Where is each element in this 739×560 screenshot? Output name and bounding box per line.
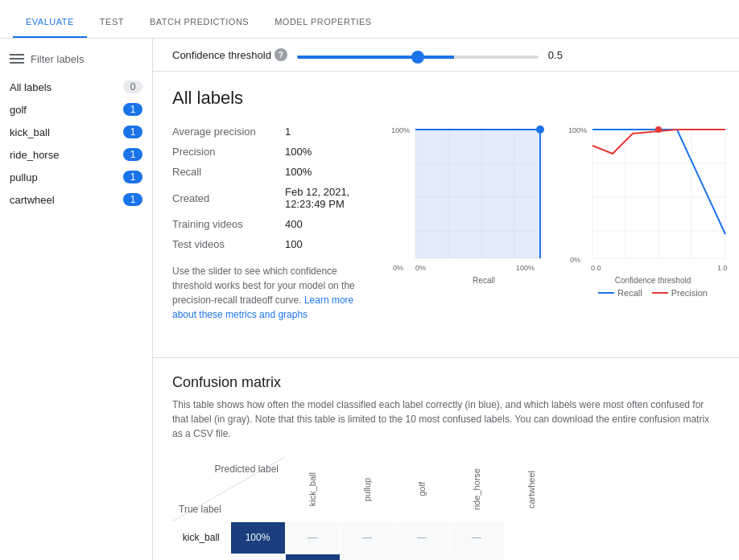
col-header-label-cartwheel: cartwheel <box>526 467 536 509</box>
help-icon[interactable]: ? <box>275 48 287 61</box>
table-row: pullup — 100% — — — <box>172 554 559 560</box>
col-header-cartwheel: cartwheel <box>504 457 559 521</box>
tab-evaluate[interactable]: EVALUATE <box>13 17 87 38</box>
confusion-matrix-wrapper: Predicted label True label kick_ball pul… <box>172 457 720 560</box>
cell-kick-ball-golf: — <box>340 521 394 554</box>
metric-label-created: Created <box>172 182 285 214</box>
metric-value-training-videos: 400 <box>285 214 365 234</box>
top-navigation: EVALUATE TEST BATCH PREDICTIONS MODEL PR… <box>0 0 739 39</box>
col-header-label-golf: golf <box>417 479 427 496</box>
metric-precision: Precision 100% <box>172 142 365 162</box>
conf-y-max: 100% <box>568 126 587 134</box>
metric-value-created: Feb 12, 2021, 12:23:49 PM <box>285 182 365 214</box>
sidebar: Filter labels All labels 0 golf 1 kick_b… <box>0 39 153 560</box>
conf-threshold-dot <box>655 126 662 133</box>
pr-x-min: 0% <box>415 264 426 272</box>
all-labels-title: All labels <box>172 88 720 109</box>
description-text: Use the slider to see which confidence t… <box>172 264 365 322</box>
sidebar-item-cartwheel[interactable]: cartwheel 1 <box>0 188 152 211</box>
table-row: kick_ball 100% — — — — <box>172 521 559 554</box>
cell-pullup-cartwheel: — <box>449 554 504 560</box>
confusion-matrix-description: This table shows how often the model cla… <box>172 397 720 441</box>
confidence-svg: 100% 0% 0.0 1.0 <box>568 121 737 274</box>
cell-pullup-golf: — <box>340 554 394 560</box>
sidebar-item-golf[interactable]: golf 1 <box>0 98 152 121</box>
pr-y-min: 0% <box>393 264 403 272</box>
pr-curve-wrapper: 100% 0% 0% 100% <box>391 121 552 322</box>
pr-curve-svg: 100% 0% 0% 100% <box>391 121 552 274</box>
confidence-threshold-slider[interactable] <box>297 56 539 59</box>
recall-line <box>592 130 725 234</box>
pr-y-max: 100% <box>391 126 410 134</box>
confusion-matrix-section: Confusion matrix This table shows how of… <box>153 357 739 560</box>
conf-x-label: Confidence threshold <box>568 276 737 285</box>
sidebar-label-golf: golf <box>10 104 27 116</box>
precision-legend-label: Precision <box>671 288 708 298</box>
metric-value-avg-precision: 1 <box>285 121 365 142</box>
metric-label-recall: Recall <box>172 162 285 182</box>
content-area: Confidence threshold ? 0.5 All labels Av… <box>153 39 739 560</box>
sidebar-badge-all-labels: 0 <box>123 80 142 93</box>
confusion-matrix-table: Predicted label True label kick_ball pul… <box>172 457 559 560</box>
col-header-ride-horse: ride_horse <box>449 457 504 521</box>
confidence-curve-chart: 100% 0% 0.0 1.0 <box>568 121 737 274</box>
tab-model-properties[interactable]: MODEL PROPERTIES <box>262 17 384 38</box>
cell-kick-ball-kick-ball: 100% <box>230 521 285 554</box>
sidebar-label-cartwheel: cartwheel <box>10 194 55 206</box>
confidence-curve-wrapper: 100% 0% 0.0 1.0 <box>568 121 737 322</box>
sidebar-badge-cartwheel: 1 <box>123 193 142 206</box>
metric-label-training-videos: Training videos <box>172 214 285 234</box>
col-header-golf: golf <box>394 457 449 521</box>
metric-value-recall: 100% <box>285 162 365 182</box>
recall-legend-label: Recall <box>617 288 642 298</box>
metrics-row: Average precision 1 Precision 100% Recal… <box>172 121 720 322</box>
charts-container: 100% 0% 0% 100% <box>391 121 737 322</box>
row-label-kick-ball: kick_ball <box>172 521 230 554</box>
tab-batch-predictions[interactable]: BATCH PREDICTIONS <box>137 17 262 38</box>
pr-threshold-dot <box>536 126 544 134</box>
cell-kick-ball-pullup: — <box>285 521 340 554</box>
pr-x-label: Recall <box>415 276 552 285</box>
filter-labels-header: Filter labels <box>0 48 152 76</box>
metrics-table: Average precision 1 Precision 100% Recal… <box>172 121 365 322</box>
chart-legend: Recall Precision <box>568 288 737 298</box>
confusion-matrix-title: Confusion matrix <box>172 374 720 391</box>
pr-fill <box>415 130 540 258</box>
corner-cell: Predicted label True label <box>172 457 285 521</box>
metric-test-videos: Test videos 100 <box>172 234 365 254</box>
threshold-value: 0.5 <box>548 49 572 61</box>
metric-value-test-videos: 100 <box>285 234 365 254</box>
sidebar-label-ride-horse: ride_horse <box>10 149 59 161</box>
cell-pullup-kick-ball: — <box>230 554 285 560</box>
metric-label-test-videos: Test videos <box>172 234 285 254</box>
metric-training-videos: Training videos 400 <box>172 214 365 234</box>
col-header-pullup: pullup <box>340 457 394 521</box>
col-header-label-pullup: pullup <box>362 475 372 501</box>
true-label-text: True label <box>179 504 221 515</box>
sidebar-item-ride-horse[interactable]: ride_horse 1 <box>0 143 152 166</box>
sidebar-item-pullup[interactable]: pullup 1 <box>0 166 152 188</box>
legend-precision: Precision <box>652 288 708 298</box>
svg-rect-2 <box>10 62 24 64</box>
sidebar-item-all-labels[interactable]: All labels 0 <box>0 76 152 98</box>
metric-value-precision: 100% <box>285 142 365 162</box>
predicted-label-text: Predicted label <box>215 463 279 475</box>
threshold-bar: Confidence threshold ? 0.5 <box>153 39 739 72</box>
conf-x-max: 1.0 <box>717 264 728 272</box>
legend-recall: Recall <box>598 288 642 298</box>
sidebar-badge-kick-ball: 1 <box>123 126 142 138</box>
row-label-pullup: pullup <box>172 554 230 560</box>
col-header-label-kick-ball: kick_ball <box>308 469 317 506</box>
col-header-label-ride-horse: ride_horse <box>472 465 481 510</box>
cell-kick-ball-cartwheel: — <box>449 521 504 554</box>
sidebar-label-kick-ball: kick_ball <box>10 126 50 138</box>
col-header-kick-ball: kick_ball <box>285 457 340 521</box>
recall-legend-line <box>598 292 614 294</box>
conf-y-min: 0% <box>570 256 580 264</box>
sidebar-badge-golf: 1 <box>123 103 142 116</box>
sidebar-item-kick-ball[interactable]: kick_ball 1 <box>0 121 152 143</box>
sidebar-badge-pullup: 1 <box>123 171 142 183</box>
pr-curve-chart: 100% 0% 0% 100% <box>391 121 552 274</box>
tab-test[interactable]: TEST <box>87 17 137 38</box>
metric-created: Created Feb 12, 2021, 12:23:49 PM <box>172 182 365 214</box>
